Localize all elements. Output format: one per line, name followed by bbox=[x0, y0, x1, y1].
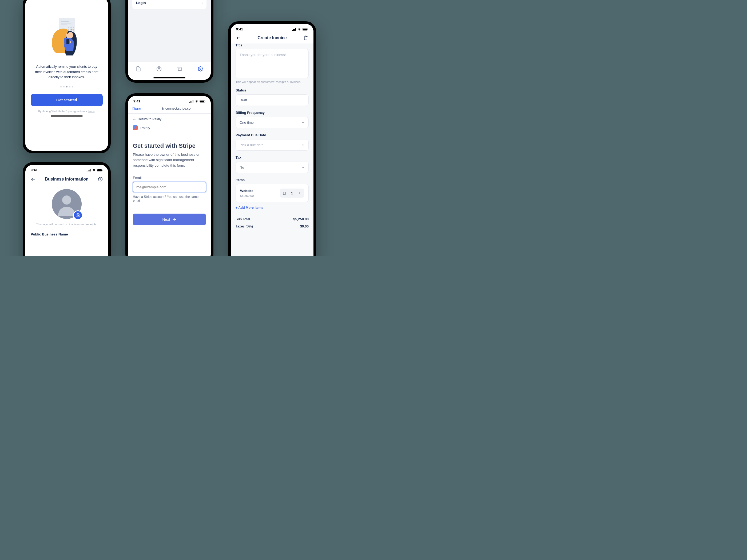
list-item-login[interactable]: Login › bbox=[132, 0, 206, 9]
svg-point-22 bbox=[158, 68, 160, 69]
svg-rect-18 bbox=[67, 39, 69, 44]
stripe-connect-screen: 9:41 Done connect.stripe.com Return to P… bbox=[125, 93, 213, 256]
business-info-screen: 9:41 Business Information This logo will… bbox=[23, 162, 111, 256]
battery-icon bbox=[200, 100, 205, 103]
svg-rect-27 bbox=[87, 171, 87, 171]
tab-bar bbox=[128, 61, 211, 77]
chevron-down-icon bbox=[302, 143, 305, 146]
quantity-stepper: 1 ＋ bbox=[280, 189, 304, 197]
lock-icon bbox=[161, 107, 164, 110]
tab-settings-icon[interactable] bbox=[198, 66, 203, 72]
tab-documents-icon[interactable] bbox=[136, 66, 141, 72]
email-input[interactable] bbox=[133, 182, 206, 192]
title-textarea[interactable]: Thank you for your business! bbox=[236, 49, 309, 78]
return-link[interactable]: Return to Paidly bbox=[128, 114, 211, 125]
svg-rect-3 bbox=[61, 25, 67, 25]
svg-rect-38 bbox=[189, 102, 190, 103]
back-button[interactable] bbox=[236, 35, 241, 40]
business-logo-placeholder bbox=[52, 189, 82, 219]
svg-point-9 bbox=[70, 29, 71, 30]
status-bar: 9:41 bbox=[231, 24, 313, 32]
delete-button[interactable] bbox=[303, 35, 308, 40]
svg-rect-51 bbox=[295, 28, 296, 31]
done-button[interactable]: Done bbox=[132, 106, 148, 111]
svg-rect-2 bbox=[61, 23, 71, 24]
svg-point-4 bbox=[68, 27, 69, 28]
browser-url: connect.stripe.com bbox=[148, 107, 206, 110]
arrow-right-icon bbox=[172, 217, 176, 221]
battery-icon bbox=[302, 28, 308, 31]
terms-text: By clicking "Get Started" you agree to o… bbox=[31, 110, 103, 113]
title-field-label: Title bbox=[236, 44, 309, 47]
back-button[interactable] bbox=[31, 177, 35, 182]
wifi-icon bbox=[298, 28, 301, 31]
svg-point-7 bbox=[73, 27, 74, 28]
svg-rect-49 bbox=[293, 29, 294, 31]
logo-caption: This logo will be used on invoices and r… bbox=[25, 223, 108, 226]
chevron-down-icon bbox=[302, 166, 305, 169]
add-more-items-link[interactable]: + Add More Items bbox=[236, 206, 309, 210]
svg-point-5 bbox=[70, 27, 71, 28]
tab-archive-icon[interactable] bbox=[177, 66, 182, 72]
status-label: Status bbox=[236, 88, 309, 92]
upload-logo-button[interactable] bbox=[73, 210, 83, 220]
due-date-label: Payment Due Date bbox=[236, 133, 309, 137]
item-delete-button[interactable] bbox=[280, 189, 289, 197]
svg-point-14 bbox=[73, 30, 74, 31]
item-name: Website bbox=[240, 189, 254, 193]
status-field[interactable]: Draft bbox=[236, 95, 309, 106]
svg-point-8 bbox=[68, 29, 69, 30]
tax-label: Tax bbox=[236, 156, 309, 159]
items-label: Items bbox=[236, 178, 309, 182]
item-increment-button[interactable]: ＋ bbox=[295, 189, 304, 197]
tax-select[interactable]: No bbox=[236, 162, 309, 173]
field-label-business-name: Public Business Name bbox=[25, 226, 108, 236]
billing-frequency-select[interactable]: One time bbox=[236, 117, 309, 128]
invoice-item-row: Website $5,250.00 1 ＋ bbox=[236, 184, 309, 202]
svg-rect-30 bbox=[90, 169, 91, 171]
create-invoice-screen: 9:41 Create Invoice Title Thank you for … bbox=[228, 21, 316, 256]
svg-point-16 bbox=[61, 31, 64, 34]
taxes-row: Taxes (0%)$0.00 bbox=[236, 223, 309, 230]
svg-rect-41 bbox=[192, 100, 194, 103]
next-button[interactable]: Next bbox=[133, 214, 206, 225]
email-hint: Have a Stripe account? You can use the s… bbox=[133, 195, 206, 203]
svg-point-10 bbox=[73, 29, 74, 30]
svg-rect-24 bbox=[178, 68, 181, 71]
page-title: Business Information bbox=[45, 177, 88, 182]
signal-icon bbox=[292, 28, 297, 31]
svg-rect-40 bbox=[191, 101, 192, 103]
svg-rect-48 bbox=[292, 30, 293, 31]
svg-rect-43 bbox=[200, 101, 204, 102]
svg-rect-53 bbox=[303, 29, 307, 30]
svg-rect-32 bbox=[97, 169, 102, 171]
svg-rect-50 bbox=[294, 29, 295, 31]
terms-link[interactable]: terms bbox=[88, 110, 95, 113]
brand-row: Paidly bbox=[128, 125, 211, 134]
help-button[interactable] bbox=[98, 177, 103, 182]
svg-rect-45 bbox=[162, 109, 163, 110]
onboarding-screen: Automatically remind your clients to pay… bbox=[23, 0, 111, 153]
onboarding-description: Automatically remind your clients to pay… bbox=[31, 64, 103, 80]
svg-rect-44 bbox=[205, 101, 205, 102]
stripe-lead: Please have the owner of this business o… bbox=[133, 152, 206, 168]
page-indicator bbox=[31, 86, 103, 87]
chevron-right-icon: › bbox=[202, 1, 203, 5]
wifi-icon bbox=[92, 169, 96, 171]
get-started-button[interactable]: Get Started bbox=[31, 94, 103, 106]
status-bar: 9:41 bbox=[128, 96, 211, 104]
title-hint: This will appear on customers' receipts … bbox=[236, 80, 309, 83]
email-label: Email bbox=[133, 176, 206, 180]
svg-rect-29 bbox=[89, 169, 89, 171]
due-date-select[interactable]: Pick a due date bbox=[236, 139, 309, 151]
signal-icon bbox=[87, 169, 91, 171]
svg-rect-54 bbox=[308, 29, 308, 30]
status-bar: 9:41 bbox=[25, 165, 108, 173]
tab-profile-icon[interactable] bbox=[156, 66, 162, 72]
wifi-icon bbox=[195, 100, 199, 103]
onboarding-illustration bbox=[31, 5, 103, 64]
chevron-down-icon bbox=[302, 121, 305, 124]
svg-point-37 bbox=[77, 215, 78, 216]
battery-icon bbox=[97, 169, 103, 171]
item-price: $5,250.00 bbox=[240, 194, 254, 197]
